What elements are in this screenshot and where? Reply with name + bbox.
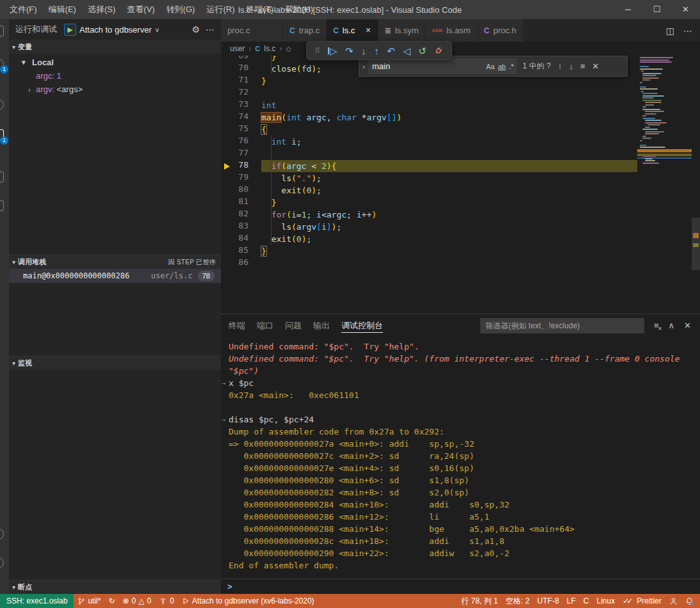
bottom-panel: 终端端口问题输出调试控制台 ≡✕ ∧ ✕ Undefined command: … bbox=[221, 314, 700, 594]
settings-gear-icon[interactable] bbox=[0, 557, 4, 568]
broadcast-icon bbox=[159, 597, 167, 605]
sync-indicator[interactable]: ↻ bbox=[104, 596, 118, 605]
split-editor-icon[interactable]: ◫ bbox=[666, 26, 674, 36]
language-indicator[interactable]: C bbox=[580, 596, 593, 605]
notifications-indicator[interactable] bbox=[681, 597, 700, 605]
continue-button[interactable]: ▷ bbox=[328, 46, 338, 56]
debug-settings-gear-icon[interactable]: ⚙ bbox=[191, 24, 200, 35]
find-previous-icon[interactable]: ↑ bbox=[558, 61, 562, 71]
drag-grip-icon[interactable]: ⠿ bbox=[315, 47, 320, 54]
panel-tab-调试控制台[interactable]: 调试控制台 bbox=[341, 314, 383, 337]
match-case-icon[interactable]: Aa bbox=[486, 63, 494, 70]
launch-config-dropdown[interactable]: ▶ Attach to gdbserver ∨ bbox=[64, 24, 159, 36]
stack-frame[interactable]: main@0x0000000000000286user/ls.c78 bbox=[9, 269, 221, 283]
sidebar-title: 运行和调试 bbox=[15, 24, 57, 35]
cursor-position[interactable]: 行 78, 列 1 bbox=[457, 596, 501, 607]
close-icon[interactable]: ✕ bbox=[592, 61, 599, 71]
more-actions-icon[interactable]: ⋯ bbox=[683, 26, 692, 36]
source-control-icon[interactable] bbox=[0, 99, 4, 110]
find-input[interactable] bbox=[370, 61, 483, 71]
tab-ls.asm[interactable]: ASMls.asm bbox=[425, 19, 477, 42]
menu-item[interactable]: 选择(S) bbox=[82, 0, 121, 19]
tab-trap.c[interactable]: Ctrap.c bbox=[283, 19, 327, 42]
menu-item[interactable]: 运行(R) bbox=[200, 0, 240, 19]
panel-tab-终端[interactable]: 终端 bbox=[229, 314, 245, 337]
tab-label: ls.sym bbox=[395, 26, 419, 35]
panel-tab-输出[interactable]: 输出 bbox=[313, 314, 330, 337]
code-line: 82 for(i=1; i<argc; i++) bbox=[221, 209, 637, 221]
editor-scrollbar[interactable] bbox=[692, 56, 700, 314]
tab-ls.sym[interactable]: ≣ls.sym bbox=[378, 19, 426, 42]
console-line: 0x0000000000000288 <main+14>: bge a5,a0,… bbox=[229, 523, 700, 535]
step-over-button[interactable]: ↷ bbox=[345, 46, 354, 56]
indentation-indicator[interactable]: 空格: 2 bbox=[501, 596, 533, 607]
console-line: 0x0000000000000286 <main+12>: li a5,1 bbox=[229, 511, 700, 523]
panel-header: 终端端口问题输出调试控制台 ≡✕ ∧ ✕ bbox=[221, 314, 700, 337]
regex-icon[interactable]: .* bbox=[509, 63, 514, 70]
debug-console[interactable]: Undefined command: "$pc". Try "help".Und… bbox=[221, 337, 700, 579]
menu-item[interactable]: 文件(F) bbox=[4, 0, 43, 19]
variable-row[interactable]: argc: 1 bbox=[9, 69, 221, 83]
panel-tab-端口[interactable]: 端口 bbox=[257, 314, 273, 337]
clear-console-icon[interactable]: ≡✕ bbox=[654, 321, 659, 330]
step-back-button[interactable]: ↶ bbox=[387, 46, 395, 56]
line-number: 76 bbox=[221, 136, 261, 148]
minimap[interactable] bbox=[637, 56, 692, 314]
branch-indicator[interactable]: util* bbox=[74, 596, 104, 605]
callstack-section-header[interactable]: ▾ 调用堆栈 因 STEP 已暂停 bbox=[9, 255, 221, 269]
explorer-icon[interactable] bbox=[0, 26, 4, 36]
eol-indicator[interactable]: LF bbox=[563, 596, 580, 605]
reverse-continue-button[interactable]: ◁ bbox=[403, 46, 411, 56]
whole-word-icon[interactable]: ab bbox=[498, 63, 505, 70]
variables-section-header[interactable]: ▾ 变量 bbox=[9, 40, 221, 54]
more-actions-icon[interactable]: ⋯ bbox=[206, 24, 215, 35]
step-into-button[interactable]: ↓ bbox=[361, 46, 366, 56]
tab-proc.h[interactable]: Cproc.h bbox=[478, 19, 524, 42]
debug-session-indicator[interactable]: Attach to gdbserver (xv6-labs-2020) bbox=[178, 596, 318, 605]
menu-item[interactable]: 查看(V) bbox=[121, 0, 160, 19]
console-line: Undefined command: "$pc". Try "help". bbox=[229, 340, 700, 353]
panel-tab-问题[interactable]: 问题 bbox=[285, 314, 302, 337]
close-icon[interactable]: ✕ bbox=[365, 26, 371, 35]
scope-local[interactable]: ▾ Local bbox=[9, 56, 221, 69]
step-out-button[interactable]: ↑ bbox=[374, 46, 379, 56]
maximize-button[interactable]: ☐ bbox=[642, 0, 671, 19]
encoding-indicator[interactable]: UTF-8 bbox=[533, 596, 563, 605]
extensions-icon[interactable] bbox=[0, 172, 4, 182]
title-bar: 文件(F)编辑(E)选择(S)查看(V)转到(G)运行(R)终端(T)帮助(H)… bbox=[0, 0, 700, 19]
debug-console-input[interactable]: > bbox=[221, 579, 700, 594]
breakpoints-section-header[interactable]: ▾ 断点 bbox=[9, 580, 221, 594]
os-indicator[interactable]: Linux bbox=[593, 596, 619, 605]
maximize-panel-icon[interactable]: ∧ bbox=[669, 321, 675, 330]
variable-row[interactable]: ›argv: <args> bbox=[9, 83, 221, 96]
disconnect-button[interactable] bbox=[434, 46, 443, 55]
variables-body: ▾ Local argc: 1›argv: <args> bbox=[9, 54, 221, 255]
minimize-button[interactable]: ─ bbox=[614, 0, 642, 19]
close-panel-icon[interactable]: ✕ bbox=[684, 321, 691, 330]
tab-proc.c[interactable]: proc.c bbox=[221, 19, 283, 42]
console-filter-box bbox=[480, 318, 644, 333]
find-in-selection-icon[interactable]: ≡ bbox=[580, 61, 585, 71]
find-next-icon[interactable]: ↓ bbox=[569, 61, 574, 71]
ports-indicator[interactable]: 0 bbox=[155, 596, 178, 605]
tab-ls.c[interactable]: Cls.c✕ bbox=[327, 19, 378, 42]
window-title: ls.c - xv6-labs-2020 [SSH: exec1.oslab] … bbox=[238, 5, 462, 15]
console-line: 0x000000000000027e <main+4>: sd s0,16(sp… bbox=[229, 462, 700, 474]
menu-item[interactable]: 编辑(E) bbox=[43, 0, 82, 19]
console-filter-input[interactable] bbox=[485, 321, 639, 330]
menu-item[interactable]: 转到(G) bbox=[161, 0, 201, 19]
breadcrumb[interactable]: user › C ls.c › ◇ bbox=[221, 42, 700, 56]
remote-indicator[interactable]: SSH: exec1.oslab bbox=[0, 594, 74, 608]
formatter-indicator[interactable]: ✓✓ Prettier bbox=[619, 596, 665, 605]
feedback-indicator[interactable] bbox=[665, 597, 681, 605]
close-button[interactable]: ✕ bbox=[671, 0, 700, 19]
restart-button[interactable]: ↺ bbox=[418, 46, 427, 56]
debug-start-icon[interactable]: ▶ bbox=[64, 24, 76, 36]
problems-indicator[interactable]: ⊗ 0 △ 0 bbox=[118, 596, 155, 605]
code-editor[interactable]: 69 }70 close(fd);71}7273int74main(int ar… bbox=[221, 56, 700, 314]
line-number: 74 bbox=[221, 111, 261, 124]
remote-explorer-icon[interactable] bbox=[0, 200, 4, 211]
accounts-icon[interactable] bbox=[0, 529, 4, 540]
double-check-icon: ✓✓ bbox=[623, 596, 630, 605]
watch-section-header[interactable]: ▾ 监视 bbox=[9, 356, 221, 370]
